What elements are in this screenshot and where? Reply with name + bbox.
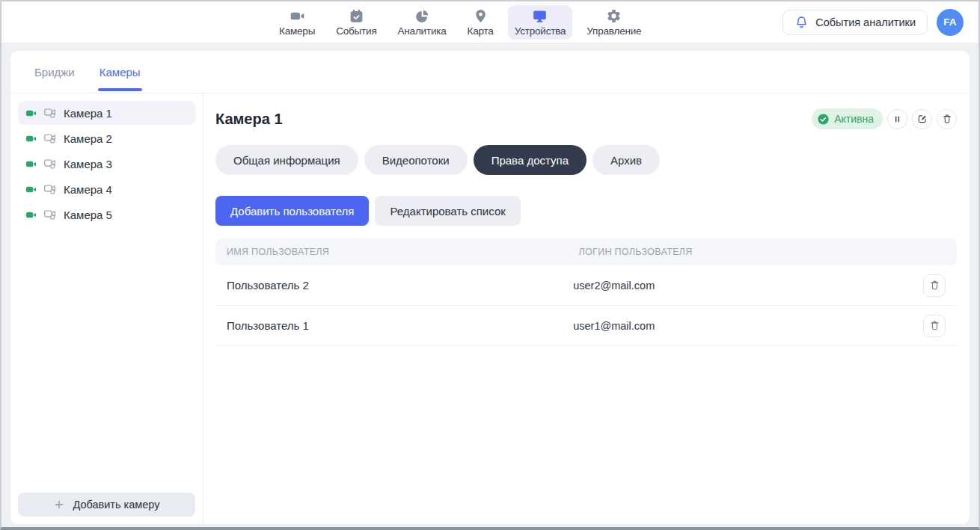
tab-bridges[interactable]: Бриджи (34, 51, 75, 93)
tab-archive[interactable]: Архив (592, 145, 660, 175)
online-videocam-icon (25, 184, 37, 195)
pause-camera-button[interactable] (887, 109, 907, 129)
check-circle-icon (817, 113, 830, 126)
column-header-username: ИМЯ ПОЛЬЗОВАТЕЛЯ (215, 247, 579, 257)
table-header: ИМЯ ПОЛЬЗОВАТЕЛЯ ЛОГИН ПОЛЬЗОВАТЕЛЯ (215, 238, 957, 265)
videocam-icon (289, 8, 305, 25)
camera-name: Камера 1 (64, 107, 112, 120)
top-navigation-bar: Камеры События Аналитика Карта (1, 1, 979, 43)
camera-list-item-4[interactable]: Камера 4 (18, 177, 195, 201)
online-videocam-icon (25, 158, 37, 170)
pie-chart-icon (414, 8, 430, 25)
tab-video-streams[interactable]: Видеопотоки (364, 145, 468, 175)
remove-user-button[interactable] (923, 274, 946, 297)
add-camera-label: Добавить камеру (73, 499, 159, 511)
camera-type-icon (43, 182, 57, 196)
users-table: ИМЯ ПОЛЬЗОВАТЕЛЯ ЛОГИН ПОЛЬЗОВАТЕЛЯ Поль… (215, 238, 957, 346)
camera-sidebar: Камера 1 Камера 2 (10, 93, 203, 524)
online-videocam-icon (25, 133, 37, 144)
delete-camera-button[interactable] (937, 109, 957, 129)
panel-body: Камера 1 Камера 2 (10, 93, 970, 524)
nav-item-cameras[interactable]: Камеры (272, 5, 322, 40)
main-panel: Бриджи Камеры Камера 1 (10, 51, 970, 524)
camera-name: Камера 3 (64, 158, 112, 170)
status-badge-label: Активна (834, 113, 874, 125)
camera-name: Камера 2 (64, 132, 112, 145)
online-videocam-icon (25, 209, 37, 221)
camera-type-icon (43, 157, 57, 170)
nav-item-analytics[interactable]: Аналитика (391, 5, 453, 40)
camera-type-icon (43, 132, 57, 145)
workspace: Бриджи Камеры Камера 1 (1, 43, 979, 527)
user-name-cell: Пользователь 2 (215, 279, 573, 292)
plus-icon (53, 499, 65, 511)
edit-camera-button[interactable] (912, 109, 932, 129)
page-title: Камера 1 (215, 111, 283, 128)
nav-item-management[interactable]: Управление (580, 5, 648, 40)
topbar-right: События аналитики FA (783, 9, 964, 36)
table-row: Пользователь 2 user2@mail.com (215, 265, 957, 306)
bell-icon (794, 15, 809, 29)
nav-label: Карта (468, 25, 494, 37)
nav-label: Устройства (515, 25, 566, 37)
trash-icon (929, 280, 940, 291)
analytics-events-label: События аналитики (815, 16, 916, 28)
add-camera-button[interactable]: Добавить камеру (18, 493, 195, 517)
nav-label: Управление (587, 25, 641, 37)
app-window: Камеры События Аналитика Карта (0, 0, 980, 530)
nav-label: Аналитика (398, 25, 447, 37)
user-login-cell: user2@mail.com (573, 280, 923, 292)
add-user-button[interactable]: Добавить пользователя (215, 196, 369, 226)
camera-name: Камера 4 (64, 183, 112, 196)
camera-type-icon (43, 208, 57, 221)
camera-list-item-1[interactable]: Камера 1 (18, 101, 195, 125)
camera-name: Камера 5 (64, 209, 112, 221)
nav-item-events[interactable]: События (329, 5, 383, 40)
header-actions: Активна (812, 108, 957, 129)
analytics-events-button[interactable]: События аналитики (783, 10, 928, 35)
calendar-check-icon (348, 8, 364, 25)
content-header: Камера 1 Активна (215, 108, 957, 129)
trash-icon (942, 114, 952, 124)
location-pin-icon (472, 8, 489, 25)
tab-cameras[interactable]: Камеры (99, 51, 141, 93)
camera-list-item-5[interactable]: Камера 5 (18, 203, 195, 227)
edit-list-button[interactable]: Редактировать список (375, 196, 520, 226)
table-row: Пользователь 1 user1@mail.com (215, 306, 957, 346)
monitor-icon (532, 8, 548, 25)
access-actions: Добавить пользователя Редактировать спис… (215, 196, 957, 226)
status-badge: Активна (812, 108, 883, 129)
nav-label: Камеры (279, 25, 315, 37)
gear-icon (606, 8, 622, 25)
tab-access-rights[interactable]: Права доступа (474, 145, 587, 175)
column-header-login: ЛОГИН ПОЛЬЗОВАТЕЛЯ (579, 247, 957, 257)
camera-type-icon (43, 106, 57, 120)
nav-label: События (336, 25, 376, 37)
user-name-cell: Пользователь 1 (215, 319, 573, 332)
section-tabs: Общая информация Видеопотоки Права досту… (215, 145, 957, 175)
tab-general-info[interactable]: Общая информация (215, 145, 358, 175)
pause-icon (892, 114, 902, 124)
camera-list: Камера 1 Камера 2 (18, 101, 195, 493)
avatar[interactable]: FA (937, 9, 964, 36)
user-login-cell: user1@mail.com (573, 320, 923, 332)
edit-icon (917, 114, 928, 124)
camera-detail-content: Камера 1 Активна (203, 93, 970, 524)
trash-icon (929, 320, 940, 331)
camera-list-item-2[interactable]: Камера 2 (18, 126, 195, 150)
online-videocam-icon (25, 108, 37, 119)
nav-item-map[interactable]: Карта (461, 5, 500, 40)
main-nav: Камеры События Аналитика Карта (272, 5, 648, 40)
device-type-tabs: Бриджи Камеры (10, 51, 970, 93)
remove-user-button[interactable] (923, 315, 946, 337)
nav-item-devices[interactable]: Устройства (508, 5, 573, 40)
camera-list-item-3[interactable]: Камера 3 (18, 152, 195, 176)
